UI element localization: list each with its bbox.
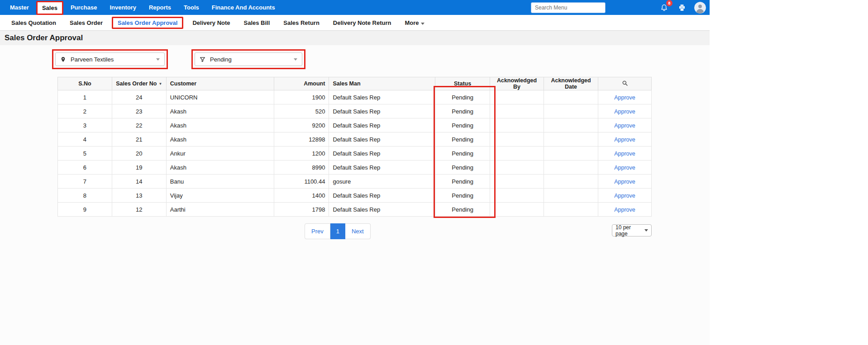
nav-sales[interactable]: Sales — [36, 1, 63, 15]
cell-amount: 1100.44 — [274, 175, 329, 189]
cell-action: Approve — [598, 203, 652, 217]
table-header: S.No Sales Order No▼ Customer Amount Sal… — [58, 77, 652, 90]
approve-link[interactable]: Approve — [614, 137, 635, 143]
print-button[interactable] — [677, 3, 687, 13]
cell-action: Approve — [598, 132, 652, 147]
table-row: 5 20 Ankur 1200 Default Sales Rep Pendin… — [58, 147, 652, 161]
navbar-right-group: 8 — [531, 2, 706, 14]
subnav-sales-order-approval[interactable]: Sales Order Approval — [112, 17, 183, 29]
cell-amount: 12898 — [274, 132, 329, 147]
cell-acknowledged-date — [544, 147, 598, 161]
cell-acknowledged-by — [490, 132, 544, 147]
cell-sno: 2 — [58, 104, 112, 118]
cell-customer: Akash — [166, 104, 274, 118]
table-row: 6 19 Akash 8990 Default Sales Rep Pendin… — [58, 161, 652, 175]
nav-tools[interactable]: Tools — [177, 0, 205, 15]
filter-funnel-icon — [200, 57, 205, 62]
cell-status: Pending — [435, 118, 490, 132]
nav-master[interactable]: Master — [4, 0, 35, 15]
cell-acknowledged-date — [544, 132, 598, 147]
subnav-delivery-note[interactable]: Delivery Note — [186, 19, 237, 26]
approve-link[interactable]: Approve — [614, 207, 635, 213]
user-avatar[interactable] — [694, 2, 706, 14]
cell-acknowledged-date — [544, 161, 598, 175]
cell-order-no: 20 — [112, 147, 166, 161]
header-amount: Amount — [274, 77, 329, 90]
approve-link[interactable]: Approve — [614, 123, 635, 129]
cell-status: Pending — [435, 104, 490, 118]
page-title: Sales Order Approval — [5, 33, 83, 43]
cell-status: Pending — [435, 147, 490, 161]
header-search[interactable] — [598, 77, 652, 90]
subnav-sales-return[interactable]: Sales Return — [277, 19, 326, 26]
cell-acknowledged-date — [544, 90, 598, 104]
nav-reports[interactable]: Reports — [143, 0, 177, 15]
subnav-delivery-note-return[interactable]: Delivery Note Return — [326, 19, 398, 26]
cell-action: Approve — [598, 175, 652, 189]
cell-acknowledged-by — [490, 147, 544, 161]
chevron-down-icon — [421, 23, 424, 25]
header-sno: S.No — [58, 77, 112, 90]
approve-link[interactable]: Approve — [614, 151, 635, 157]
approve-link[interactable]: Approve — [614, 179, 635, 185]
cell-action: Approve — [598, 161, 652, 175]
header-sales-order-no[interactable]: Sales Order No▼ — [112, 77, 166, 90]
app-window: Master Sales Purchase Inventory Reports … — [0, 0, 710, 345]
title-strip: Sales Order Approval — [0, 31, 710, 45]
approve-link[interactable]: Approve — [614, 193, 635, 199]
header-customer: Customer — [166, 77, 274, 90]
per-page-value: 10 per page — [615, 224, 644, 237]
approve-link[interactable]: Approve — [614, 109, 635, 115]
status-filter-dropdown[interactable]: Pending — [195, 52, 302, 66]
table-row: 2 23 Akash 520 Default Sales Rep Pending… — [58, 104, 652, 118]
approve-link[interactable]: Approve — [614, 95, 635, 101]
subnav-sales-order[interactable]: Sales Order — [63, 19, 110, 26]
cell-action: Approve — [598, 118, 652, 132]
cell-customer: Aarthi — [166, 203, 274, 217]
cell-amount: 1798 — [274, 203, 329, 217]
subnav-sales-quotation[interactable]: Sales Quotation — [5, 19, 63, 26]
cell-sno: 6 — [58, 161, 112, 175]
header-acknowledged-by: Acknowledged By — [490, 77, 544, 90]
cell-order-no: 24 — [112, 90, 166, 104]
orders-table: S.No Sales Order No▼ Customer Amount Sal… — [57, 77, 652, 217]
cell-amount: 1400 — [274, 189, 329, 203]
status-filter-value: Pending — [210, 56, 289, 63]
pagination-next-button[interactable]: Next — [345, 223, 371, 239]
nav-purchase[interactable]: Purchase — [64, 0, 104, 15]
cell-acknowledged-by — [490, 189, 544, 203]
approve-link[interactable]: Approve — [614, 165, 635, 171]
nav-inventory[interactable]: Inventory — [103, 0, 143, 15]
top-navbar: Master Sales Purchase Inventory Reports … — [0, 0, 710, 15]
menu-search-input[interactable] — [531, 2, 606, 13]
cell-status: Pending — [435, 90, 490, 104]
cell-sno: 8 — [58, 189, 112, 203]
per-page-select[interactable]: 10 per page — [612, 224, 652, 236]
notifications-button[interactable]: 8 — [659, 3, 669, 13]
cell-amount: 1900 — [274, 90, 329, 104]
location-filter-value: Parveen Textiles — [71, 56, 152, 63]
cell-amount: 1200 — [274, 147, 329, 161]
subnav-sales-bill[interactable]: Sales Bill — [237, 19, 277, 26]
header-acknowledged-date: Acknowledged Date — [544, 77, 598, 90]
cell-customer: Vijay — [166, 189, 274, 203]
cell-customer: Ankur — [166, 147, 274, 161]
table-row: 9 12 Aarthi 1798 Default Sales Rep Pendi… — [58, 203, 652, 217]
cell-acknowledged-by — [490, 161, 544, 175]
table-row: 7 14 Banu 1100.44 gosure Pending Approve — [58, 175, 652, 189]
cell-sno: 4 — [58, 132, 112, 147]
nav-finance-and-accounts[interactable]: Finance And Accounts — [205, 0, 281, 15]
pagination: Prev 1 Next — [305, 223, 371, 239]
cell-acknowledged-by — [490, 104, 544, 118]
pagination-page-1-button[interactable]: 1 — [330, 223, 345, 239]
pagination-prev-button[interactable]: Prev — [305, 223, 330, 239]
cell-sno: 1 — [58, 90, 112, 104]
cell-customer: Banu — [166, 175, 274, 189]
cell-salesman: Default Sales Rep — [329, 104, 435, 118]
cell-order-no: 23 — [112, 104, 166, 118]
subnav-more[interactable]: More — [398, 19, 431, 26]
location-filter-dropdown[interactable]: Parveen Textiles — [55, 52, 165, 66]
cell-order-no: 22 — [112, 118, 166, 132]
sort-desc-icon: ▼ — [159, 82, 162, 86]
status-filter-annotation: Pending — [191, 49, 305, 69]
